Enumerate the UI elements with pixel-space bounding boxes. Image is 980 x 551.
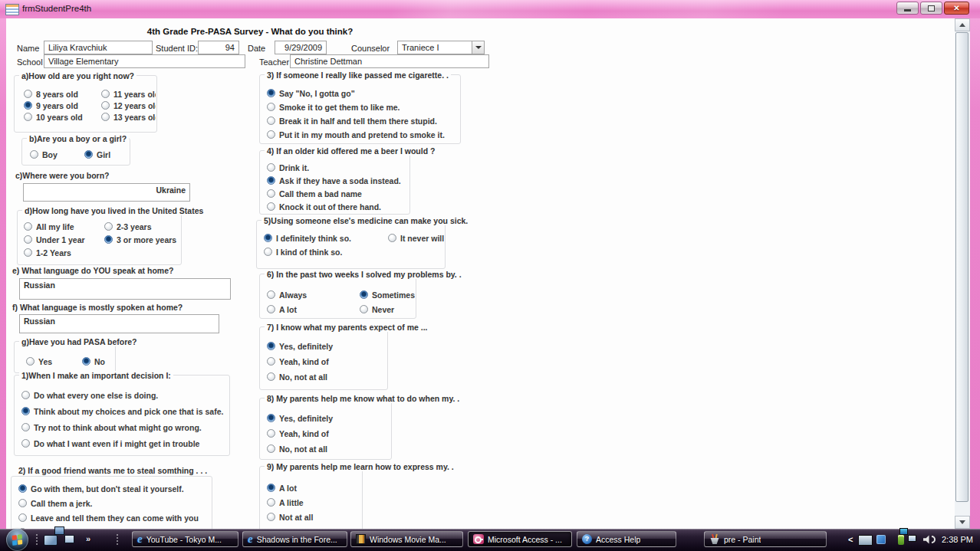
radio-option[interactable]: A little [267,497,361,508]
radio-option[interactable]: No, not at all [267,443,390,454]
radio-option[interactable]: Drink it. [267,162,409,173]
radio-option[interactable]: Call them a bad name [267,188,409,199]
question-label-q9: 9) My parents help me learn how to expre… [265,462,456,471]
maximize-button[interactable] [920,2,942,15]
scrollbar-thumb[interactable] [955,32,968,502]
radio-option[interactable]: It never will [388,232,444,244]
teacher-input[interactable]: Christine Dettman [290,54,489,68]
text-input-c[interactable]: Ukraine [23,183,190,202]
tray-usb-icon[interactable] [898,535,904,545]
radio-option[interactable]: Think about my choices and pick one that… [21,405,229,417]
date-input[interactable]: 9/29/2009 [275,41,327,54]
tray-display-icon[interactable] [858,535,873,546]
radio-option[interactable]: Try not to think about what might go wro… [21,421,229,433]
school-input[interactable]: Village Elementary [44,54,245,68]
radio-icon [267,498,275,507]
options-a: 8 years old9 years old10 years old11 yea… [15,76,156,123]
help-icon: ? [582,534,592,544]
options-q4: Drink it.Ask if they have a soda instead… [260,151,409,212]
radio-option[interactable]: 10 years old [24,111,98,123]
taskbar-button-3[interactable]: Microsoft Access - ... [468,531,572,547]
radio-option[interactable]: Knock it out of there hand. [267,201,409,212]
taskbar-button-1[interactable]: eShadows in the Fore... [242,531,347,547]
student-id-input[interactable]: 94 [198,41,239,54]
radio-option[interactable]: A lot [267,303,357,315]
close-button[interactable]: ✕ [944,2,969,15]
radio-option[interactable]: Ask if they have a soda instead. [267,175,409,186]
radio-option[interactable]: Sometimes [360,289,415,300]
radio-option[interactable]: Put it in my mouth and pretend to smoke … [267,129,459,140]
radio-option[interactable]: Go with them, but don't steal it yoursel… [18,483,211,494]
radio-option[interactable]: Break it in half and tell them there stu… [267,115,459,126]
text-input-f[interactable]: Russian [19,314,219,333]
radio-option-label: 1-2 Years [36,248,71,257]
radio-option-label: 13 years old [113,113,156,122]
scroll-down-button[interactable] [955,516,970,529]
tray-security-icon[interactable] [876,535,886,544]
minimize-button[interactable] [896,2,919,15]
taskband-grip[interactable] [116,533,119,546]
radio-option[interactable]: 1-2 Years [24,247,101,258]
taskbar-button-5[interactable]: pre - Paint [704,531,827,547]
radio-option[interactable]: All my life [24,221,101,232]
taskbar-button-0[interactable]: eYouTube - Tokyo M... [132,531,238,547]
radio-option[interactable]: I kind of think so. [264,246,385,257]
radio-option[interactable]: 8 years old [24,88,98,100]
quicklaunch-overflow-chevron[interactable]: » [86,534,90,543]
quicklaunch-grip[interactable] [35,533,38,546]
radio-option[interactable]: 9 years old [24,100,98,111]
show-desktop-icon[interactable] [44,535,58,546]
radio-option[interactable]: I definitely think so. [264,232,385,244]
scroll-up-button[interactable] [955,18,970,31]
taskbar-button-2[interactable]: Windows Movie Ma... [350,531,463,547]
radio-option-label: Call them a bad name [279,189,362,198]
radio-option[interactable]: Never [360,303,415,315]
internet-explorer-icon: e [248,534,253,544]
radio-option[interactable]: Do what I want even if i might get in tr… [21,438,229,449]
radio-option[interactable]: Leave and tell them they can come with y… [18,512,211,523]
radio-option-label: It never will [400,234,444,243]
radio-option[interactable]: Girl [84,149,129,160]
radio-option[interactable]: Yeah, kind of [267,428,390,439]
radio-option[interactable]: Not at all [267,511,361,523]
radio-option[interactable]: 13 years old [101,111,156,123]
radio-option[interactable]: Call them a jerk. [18,497,211,509]
radio-option[interactable]: Under 1 year [24,234,101,245]
access-form-icon [5,4,19,15]
radio-option[interactable]: Boy [30,149,81,160]
radio-selected-icon [264,234,272,242]
radio-option[interactable]: Yeah, kind of [267,356,386,367]
question-label-q8: 8) My parents help me know what to do wh… [265,394,462,403]
vertical-scrollbar[interactable] [955,18,970,529]
radio-icon [267,202,275,211]
radio-option[interactable]: A lot [267,482,361,494]
radio-selected-icon [267,414,275,422]
radio-icon [267,103,275,111]
radio-option[interactable]: Smoke it to get them to like me. [267,101,459,113]
name-input[interactable]: Liliya Kravchiuk [44,41,153,54]
counselor-dropdown-button[interactable] [472,41,485,54]
taskbar-button-label: Windows Movie Ma... [370,535,446,544]
radio-option[interactable]: No [82,356,114,367]
text-input-e[interactable]: Russian [19,278,231,300]
radio-option[interactable]: Say "No, I gotta go" [267,87,459,99]
radio-option[interactable]: 2-3 years [104,221,180,232]
radio-option[interactable]: No, not at all [267,371,386,382]
radio-option[interactable]: Yes, definitely [267,340,386,352]
counselor-combobox[interactable]: Traniece I [397,41,472,54]
question-label-q6: 6) In the past two weeks I solved my pro… [265,270,464,279]
radio-option[interactable]: Do what every one else is doing. [21,389,229,401]
radio-option[interactable]: 11 years old [101,88,156,100]
radio-option[interactable]: 12 years old [101,100,156,111]
radio-option[interactable]: 3 or more years [104,234,180,245]
radio-option-label: Do what every one else is doing. [34,391,158,400]
radio-option[interactable]: Always [267,289,357,300]
radio-option[interactable]: Yes, definitely [267,412,390,424]
question-group-q8: 8) My parents help me know what to do wh… [259,398,392,460]
taskbar-button-4[interactable]: ?Access Help [577,531,676,547]
text-input-value: Ukraine [156,185,186,195]
radio-option[interactable]: Yes [26,356,79,367]
start-button[interactable] [6,529,28,551]
tray-expand-chevron[interactable]: < [848,535,853,544]
radio-icon [24,235,32,244]
